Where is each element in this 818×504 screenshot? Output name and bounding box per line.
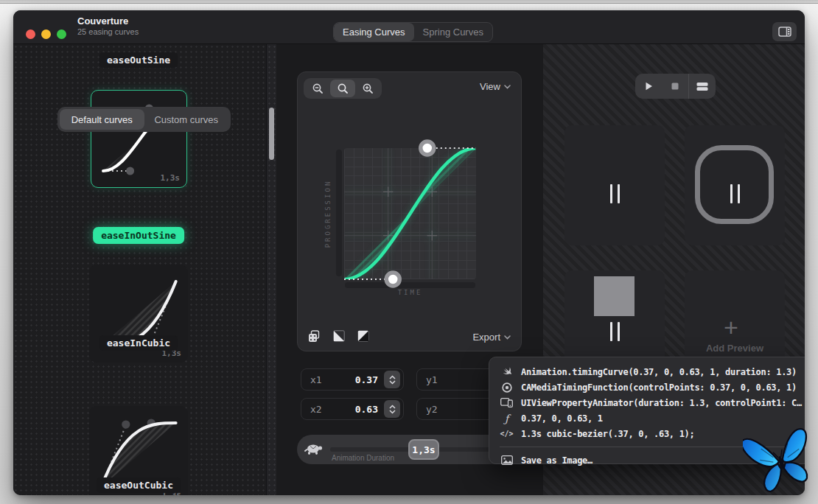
curve-name-label: easeOutSine	[99, 52, 178, 68]
plus-icon: +	[724, 313, 738, 342]
zoom-in-button[interactable]	[355, 80, 380, 97]
curve-name-label: easeOutCubic	[97, 477, 181, 493]
chevron-up-icon	[389, 405, 396, 409]
sidebar-scrollbar-track[interactable]	[266, 44, 276, 495]
zoom-out-button[interactable]	[305, 80, 330, 97]
mode-tabs: Easing Curves Spring Curves	[333, 22, 493, 42]
duration-label: 1,3s	[161, 173, 181, 183]
chevron-down-icon	[504, 335, 511, 340]
x2-field[interactable]: x2 0.63	[301, 398, 404, 420]
stop-icon	[671, 83, 679, 90]
app-window: Couverture 25 easing curves Easing Curve…	[13, 10, 805, 495]
menu-item-text: UIViewPropertyAnimator(duration: 1.3, co…	[521, 398, 802, 408]
field-label: y1	[426, 374, 438, 385]
dice-icon	[308, 330, 321, 343]
tab-easing-curves[interactable]: Easing Curves	[334, 23, 414, 41]
curve-list-sidebar: easeOutSine Default curves Custom curves	[13, 44, 276, 495]
field-value: 0.37	[355, 374, 378, 385]
magnifier-icon	[337, 83, 349, 94]
play-icon	[645, 82, 653, 91]
animated-square	[594, 276, 635, 316]
zoom-traffic-light[interactable]	[57, 29, 66, 39]
field-value: 0.63	[355, 404, 378, 415]
devices-icon	[500, 398, 514, 407]
add-preview-label: Add Preview	[685, 343, 785, 354]
sidebar-toggle-icon	[778, 27, 791, 37]
x1-stepper[interactable]	[384, 371, 400, 388]
control-point-2-handle[interactable]	[421, 141, 434, 155]
playback-controls	[635, 74, 716, 99]
randomize-curve-button[interactable]	[308, 330, 320, 342]
menu-item-uikit-animator[interactable]: UIViewPropertyAnimator(duration: 1.3, co…	[500, 395, 805, 410]
duration-slider-label: Animation Duration	[332, 454, 394, 462]
preview-card-opacity[interactable]	[564, 125, 665, 245]
pause-icon	[610, 184, 620, 203]
chevron-down-icon	[389, 380, 396, 385]
flip-curve-button[interactable]	[333, 330, 345, 342]
tab-spring-curves[interactable]: Spring Curves	[414, 23, 492, 41]
desktop-edge	[0, 0, 818, 4]
default-curves-button[interactable]: Default curves	[60, 109, 144, 130]
css-code-icon: </>	[500, 430, 514, 438]
custom-curves-button[interactable]: Custom curves	[144, 109, 229, 130]
turtle-icon	[304, 442, 324, 457]
menu-item-text: Animation.timingCurve(0.37, 0, 0.63, 1, …	[521, 367, 797, 377]
swift-icon	[500, 366, 514, 377]
horizontal-pan-bar[interactable]	[345, 282, 475, 288]
control-point-1-handle[interactable]	[386, 273, 399, 286]
diagonal-contrast-icon	[357, 330, 369, 342]
control-handles-layer	[344, 148, 476, 279]
menu-item-text: 0.37, 0, 0.63, 1	[521, 413, 603, 424]
layout-rows-button[interactable]	[689, 74, 716, 99]
vertical-pan-bar[interactable]	[336, 150, 342, 276]
field-label: x1	[310, 374, 322, 385]
toggle-inspector-button[interactable]	[772, 22, 797, 41]
sidebar-scrollbar-thumb[interactable]	[269, 108, 274, 160]
view-menu[interactable]: View	[480, 81, 511, 92]
chevron-up-icon	[389, 375, 396, 379]
zoom-reset-button[interactable]	[330, 80, 355, 97]
menu-item-text: 1.3s cubic-bezier(.37, 0, .63, 1);	[521, 429, 694, 439]
function-icon: ƒ	[500, 413, 514, 424]
image-icon	[500, 455, 514, 465]
close-traffic-light[interactable]	[26, 29, 35, 39]
menu-item-text: Save as Image…	[521, 455, 592, 466]
field-label: x2	[310, 404, 322, 415]
y-axis-label: PROGRESSION	[323, 148, 333, 279]
export-menu[interactable]: Export	[472, 332, 511, 343]
menu-item-text: CAMediaTimingFunction(controlPoints: 0.3…	[521, 382, 797, 393]
minimize-traffic-light[interactable]	[41, 29, 51, 39]
curve-editor-panel: View PROGRESSION	[297, 71, 522, 351]
pause-icon	[610, 322, 620, 341]
duration-slider-thumb[interactable]: 1,3s	[408, 439, 439, 460]
screen: Couverture 25 easing curves Easing Curve…	[0, 0, 818, 504]
diagonal-split-icon	[333, 330, 345, 342]
chevron-down-icon	[389, 410, 396, 414]
invert-curve-button[interactable]	[357, 330, 369, 342]
magnifier-minus-icon	[312, 83, 324, 94]
preview-card-shape[interactable]	[685, 125, 785, 245]
view-menu-label: View	[480, 81, 500, 92]
menu-item-core-animation[interactable]: CAMediaTimingFunction(controlPoints: 0.3…	[500, 379, 805, 395]
titlebar: Couverture 25 easing curves Easing Curve…	[13, 10, 805, 44]
field-label: y2	[426, 404, 438, 415]
export-menu-label: Export	[472, 332, 500, 343]
magnifier-plus-icon	[362, 83, 374, 94]
app-title: Couverture	[77, 15, 128, 27]
stop-button[interactable]	[662, 74, 688, 99]
menu-item-swift-animation[interactable]: Animation.timingCurve(0.37, 0, 0.63, 1, …	[500, 364, 805, 379]
x-axis-label: TIME	[344, 289, 476, 296]
x2-stepper[interactable]	[384, 400, 400, 418]
core-animation-icon	[500, 382, 514, 393]
zoom-controls	[304, 78, 382, 99]
pause-icon	[730, 184, 740, 203]
curve-filter-segmented-control: Default curves Custom curves	[57, 107, 231, 132]
stacked-rows-icon	[696, 82, 708, 91]
x1-field[interactable]: x1 0.37	[301, 368, 404, 391]
app-subtitle: 25 easing curves	[77, 27, 139, 36]
butterfly-image	[743, 420, 818, 500]
chevron-down-icon	[504, 85, 511, 89]
play-button[interactable]	[635, 74, 662, 99]
selected-curve-badge: easeInOutSine	[93, 227, 184, 244]
curve-card-easeInOutSine[interactable]: 1,3s	[91, 90, 187, 188]
